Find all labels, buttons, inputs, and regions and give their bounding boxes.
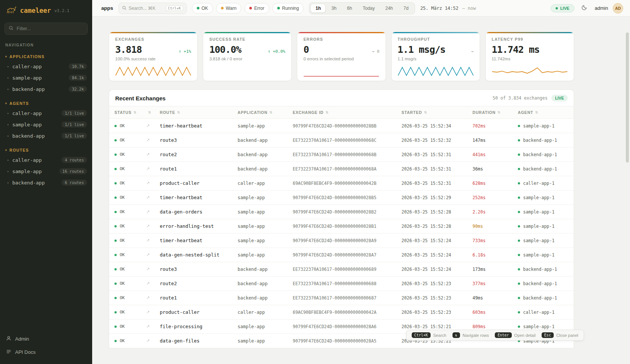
open-detail-icon[interactable]: ↗ [146, 338, 160, 343]
sidebar-item-agent[interactable]: ▸ backend-app 1/1 live [0, 130, 92, 141]
stat-card-delta: → [471, 49, 474, 54]
avatar[interactable]: AD [613, 3, 623, 14]
time-range-button[interactable]: 3h [326, 4, 341, 13]
column-header[interactable]: EXCHANGE ID ⇅ [293, 110, 401, 115]
vertical-scrollbar-thumb[interactable] [626, 32, 629, 163]
chevron-right-icon: ▸ [7, 87, 9, 91]
time-range-button[interactable]: 1h [310, 4, 326, 13]
live-dot-icon [556, 7, 558, 9]
sidebar-item-route[interactable]: ▸ sample-app 16 routes [0, 166, 92, 177]
table-row[interactable]: OK ↗ timer-heartbeat sample-app 90799F47… [109, 190, 574, 205]
time-range-button[interactable]: 7d [398, 4, 413, 13]
column-header-label: APPLICATION [238, 110, 267, 115]
sidebar-item-application[interactable]: ▸ caller-app 10.7k [0, 61, 92, 72]
sidebar-item-agent[interactable]: ▸ sample-app 1/1 live [0, 119, 92, 130]
column-header[interactable]: ⇅ [146, 111, 160, 114]
status-filter-chip[interactable]: Running [272, 3, 304, 14]
open-detail-icon[interactable]: ↗ [146, 224, 160, 229]
cell-route: route3 [160, 137, 238, 143]
status-filter-chip[interactable]: OK [192, 3, 213, 14]
time-range-button[interactable]: 6h [342, 4, 357, 13]
exchange-count-summary: 50 of 3.834 exchanges [493, 95, 547, 101]
table-row[interactable]: OK ↗ route3 backend-app EE7322370A10617-… [109, 262, 574, 276]
status-filter-chip[interactable]: Warn [216, 3, 241, 14]
open-detail-icon[interactable]: ↗ [146, 324, 160, 329]
search-input[interactable] [129, 6, 164, 11]
stat-card-title: THROUGHPUT [398, 37, 474, 41]
table-row[interactable]: OK ↗ product-caller caller-app 69AC90BF8… [109, 176, 574, 190]
cell-application: sample-app [238, 338, 293, 344]
sidebar-item-application[interactable]: ▸ backend-app 32.2k [0, 83, 92, 95]
sparkline-chart [492, 65, 568, 77]
sidebar-item-application[interactable]: ▸ sample-app 84.1k [0, 72, 92, 83]
search-icon [9, 25, 14, 32]
sidebar-filter[interactable] [5, 23, 88, 35]
section-header-routes[interactable]: ROUTES [0, 146, 92, 154]
open-detail-icon[interactable]: ↗ [146, 181, 160, 186]
cell-exchange-id: 90799F47E6CD24D-00000000000028A9 [293, 238, 401, 243]
open-detail-icon[interactable]: ↗ [146, 166, 160, 171]
table-row[interactable]: OK ↗ route1 backend-app EE7322370A10617-… [109, 291, 574, 305]
sidebar-item-admin[interactable]: Admin [0, 332, 92, 346]
open-detail-icon[interactable]: ↗ [146, 195, 160, 200]
status-filter-chip[interactable]: Error [244, 3, 269, 14]
open-detail-icon[interactable]: ↗ [146, 209, 160, 214]
open-detail-icon[interactable]: ↗ [146, 252, 160, 257]
table-row[interactable]: OK ↗ route3 backend-app EE7322370A10617-… [109, 133, 574, 147]
global-search[interactable]: Ctrl+K [119, 3, 187, 14]
status-label: OK [120, 324, 125, 329]
table-row[interactable]: OK ↗ route2 backend-app EE7322370A10617-… [109, 276, 574, 291]
theme-toggle-button[interactable] [579, 3, 590, 14]
open-detail-icon[interactable]: ↗ [146, 310, 160, 315]
column-header[interactable]: DURATION ⇅ [472, 110, 518, 115]
sidebar-item-route[interactable]: ▸ backend-app 6 routes [0, 177, 92, 188]
cell-application: caller-app [238, 181, 293, 186]
section-header-agents[interactable]: AGENTS [0, 99, 92, 108]
status-label: OK [120, 338, 125, 343]
status-ok-icon [114, 225, 117, 227]
table-row[interactable]: OK ↗ route1 backend-app EE7322370A10617-… [109, 162, 574, 176]
stat-card-value: 3.818 [115, 44, 142, 55]
cell-duration: 377ms [472, 281, 518, 286]
agent-live-icon [518, 139, 520, 141]
stat-card: ERRORS 0 → 0 0 errors in selected period [297, 32, 386, 81]
table-row[interactable]: OK ↗ timer-heartbeat sample-app 90799F47… [109, 233, 574, 248]
column-header[interactable]: STATUS ⇅ [114, 110, 146, 115]
cell-exchange-id: 69AC90BF8EBC4F9-000000000000042B [293, 181, 401, 186]
context-label: apps [101, 5, 113, 11]
cell-exchange-id: 69AC90BF8EBC4F9-000000000000042A [293, 310, 401, 315]
status-ok-icon [114, 311, 117, 313]
sidebar-item-agent[interactable]: ▸ caller-app 1/1 live [0, 108, 92, 119]
sidebar-item-label: caller-app [12, 64, 42, 69]
chip-label: OK [202, 6, 208, 11]
table-row[interactable]: OK ↗ product-caller caller-app 69AC90BF8… [109, 305, 574, 319]
column-header[interactable]: AGENT ⇅ [518, 110, 574, 115]
live-toggle[interactable]: LIVE [551, 4, 574, 12]
time-range-button[interactable]: 24h [380, 4, 398, 13]
time-range-button[interactable]: Today [358, 4, 380, 13]
table-row[interactable]: OK ↗ data-gen-orders sample-app 90799F47… [109, 205, 574, 219]
open-detail-icon[interactable]: ↗ [146, 267, 160, 272]
open-detail-icon[interactable]: ↗ [146, 152, 160, 157]
column-header[interactable]: STARTED ⇅ [401, 110, 472, 115]
cell-status: OK [114, 324, 146, 329]
sidebar-item-api-docs[interactable]: API Docs [0, 346, 92, 359]
status-label: OK [120, 195, 125, 200]
table-row[interactable]: OK ↗ error-handling-test sample-app 9079… [109, 219, 574, 233]
live-count-badge: 1/1 live [62, 133, 87, 139]
open-detail-icon[interactable]: ↗ [146, 123, 160, 128]
filter-input[interactable] [17, 26, 83, 31]
section-header-applications[interactable]: APPLICATIONS [0, 52, 92, 61]
open-detail-icon[interactable]: ↗ [146, 238, 160, 243]
open-detail-icon[interactable]: ↗ [146, 295, 160, 300]
table-row[interactable]: OK ↗ timer-heartbeat sample-app 90799F47… [109, 119, 574, 133]
column-header[interactable]: ROUTE ⇅ [160, 110, 238, 115]
sidebar-item-route[interactable]: ▸ caller-app 4 routes [0, 154, 92, 166]
open-detail-icon[interactable]: ↗ [146, 138, 160, 143]
open-detail-icon[interactable]: ↗ [146, 281, 160, 286]
table-row[interactable]: OK ↗ data-gen-nested-split sample-app 90… [109, 248, 574, 262]
table-row[interactable]: OK ↗ route2 backend-app EE7322370A10617-… [109, 147, 574, 162]
cell-application: backend-app [238, 281, 293, 286]
column-header[interactable]: APPLICATION ⇅ [238, 110, 293, 115]
sort-icon: ⇅ [326, 111, 329, 114]
